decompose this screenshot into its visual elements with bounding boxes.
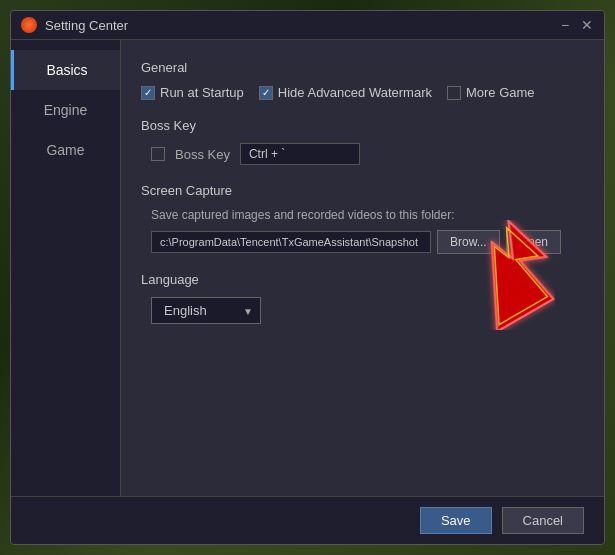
main-area: Basics Engine Game General Run at Startu… [11, 40, 604, 496]
general-title: General [141, 60, 584, 75]
general-checkbox-row: Run at Startup Hide Advanced Watermark M… [141, 85, 584, 100]
open-button[interactable]: Open [506, 230, 561, 254]
screen-capture-section: Screen Capture Save captured images and … [141, 183, 584, 254]
language-dropdown[interactable]: English Chinese Japanese Korean [151, 297, 261, 324]
bottom-bar: Save Cancel [11, 496, 604, 544]
save-button[interactable]: Save [420, 507, 492, 534]
more-game-item[interactable]: More Game [447, 85, 535, 100]
app-icon [21, 17, 37, 33]
sidebar-item-engine[interactable]: Engine [11, 90, 120, 130]
setting-center-window: Setting Center − ✕ Basics Engine Game Ge… [10, 10, 605, 545]
select-wrapper: English Chinese Japanese Korean [151, 297, 261, 324]
hide-watermark-checkbox[interactable] [259, 86, 273, 100]
minimize-button[interactable]: − [558, 18, 572, 32]
screen-capture-title: Screen Capture [141, 183, 584, 198]
path-row: Brow... Open [151, 230, 584, 254]
hide-watermark-label: Hide Advanced Watermark [278, 85, 432, 100]
more-game-label: More Game [466, 85, 535, 100]
content-area: General Run at Startup Hide Advanced Wat… [121, 40, 604, 496]
path-input[interactable] [151, 231, 431, 253]
run-at-startup-checkbox[interactable] [141, 86, 155, 100]
sidebar-item-game[interactable]: Game [11, 130, 120, 170]
window-title: Setting Center [45, 18, 558, 33]
title-bar-controls: − ✕ [558, 18, 594, 32]
title-bar: Setting Center − ✕ [11, 11, 604, 40]
close-button[interactable]: ✕ [580, 18, 594, 32]
screen-capture-desc: Save captured images and recorded videos… [151, 208, 584, 222]
boss-key-title: Boss Key [141, 118, 584, 133]
sidebar: Basics Engine Game [11, 40, 121, 496]
cancel-button[interactable]: Cancel [502, 507, 584, 534]
boss-key-input[interactable] [240, 143, 360, 165]
boss-key-checkbox[interactable] [151, 147, 165, 161]
general-section: General Run at Startup Hide Advanced Wat… [141, 60, 584, 100]
hide-watermark-item[interactable]: Hide Advanced Watermark [259, 85, 432, 100]
run-at-startup-label: Run at Startup [160, 85, 244, 100]
more-game-checkbox[interactable] [447, 86, 461, 100]
boss-key-row: Boss Key [151, 143, 584, 165]
language-title: Language [141, 272, 584, 287]
sidebar-item-basics[interactable]: Basics [11, 50, 120, 90]
boss-key-section: Boss Key Boss Key [141, 118, 584, 165]
browse-button[interactable]: Brow... [437, 230, 500, 254]
boss-key-label: Boss Key [175, 147, 230, 162]
language-select-wrapper: English Chinese Japanese Korean [151, 297, 584, 324]
language-section: Language English Chinese Japanese Korean [141, 272, 584, 324]
run-at-startup-item[interactable]: Run at Startup [141, 85, 244, 100]
